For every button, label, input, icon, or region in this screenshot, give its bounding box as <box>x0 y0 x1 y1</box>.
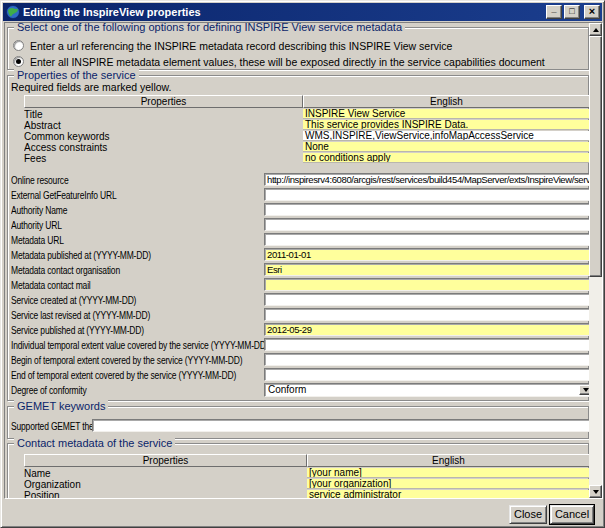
gemet-themes-row: Supported GEMET themes <box>11 419 588 433</box>
options-group-label: Select one of the following options for … <box>14 23 405 33</box>
property-value-input[interactable] <box>264 248 589 261</box>
table-row: Metadata contact organisation <box>11 263 588 277</box>
property-value-cell[interactable]: INSPIRE View Service <box>303 109 589 119</box>
gemet-group: GEMET keywords Supported GEMET themes <box>7 406 589 439</box>
properties-group: Properties of the service Required field… <box>7 75 589 401</box>
scrollbar-up-button[interactable] <box>589 23 602 36</box>
property-value-input[interactable] <box>264 323 589 336</box>
radio-icon-selected[interactable] <box>13 56 24 67</box>
title-bar[interactable]: Editing the InspireView properties _ □ × <box>3 3 602 21</box>
gemet-themes-input[interactable] <box>92 419 589 432</box>
property-label: Metadata contact mail <box>11 280 105 291</box>
table-row: Individual temporal extent value covered… <box>11 338 588 352</box>
property-label: Online resource <box>11 175 79 186</box>
property-value-input[interactable] <box>264 368 589 381</box>
table-row: Service created at (YYYY-MM-DD) <box>11 293 588 307</box>
property-label: Access constraints <box>24 142 303 153</box>
property-value-input[interactable] <box>264 353 589 366</box>
property-value-input[interactable] <box>264 308 589 321</box>
window-title: Editing the InspireView properties <box>23 6 544 18</box>
radio-option-url[interactable]: Enter a url referencing the INSPIRE meta… <box>13 39 452 52</box>
property-value-input[interactable] <box>264 278 589 291</box>
property-value-input[interactable] <box>264 263 589 276</box>
table-row: Position service administrator <box>24 490 589 498</box>
column-header-properties: Properties <box>24 454 307 467</box>
chevron-up-icon <box>593 28 599 32</box>
gemet-group-label: GEMET keywords <box>14 400 108 412</box>
property-value-cell[interactable]: WMS,INSPIRE,ViewService,infoMapAccessSer… <box>303 131 589 141</box>
minimize-button[interactable]: _ <box>546 5 562 19</box>
property-label: Degree of conformity <box>11 385 100 396</box>
property-value-cell[interactable]: no conditions apply <box>303 153 589 163</box>
radio-option-url-label: Enter a url referencing the INSPIRE meta… <box>30 40 452 52</box>
contact-label: Position <box>24 490 307 498</box>
table-row: Fees no conditions apply <box>24 153 589 164</box>
table-row: External GetFeatureInfo URL <box>11 188 588 202</box>
table-row: Service published at (YYYY-MM-DD) <box>11 323 588 337</box>
table-row: Online resource <box>11 173 588 187</box>
property-label: Authority URL <box>11 220 71 231</box>
table-row: Authority URL <box>11 218 588 232</box>
radio-option-all-values[interactable]: Enter all INSPIRE metadata element value… <box>13 55 545 68</box>
property-label: Title <box>24 109 303 120</box>
property-label: Metadata published at (YYYY-MM-DD) <box>11 250 176 261</box>
column-header-english: English <box>307 454 589 467</box>
globe-icon <box>6 5 20 19</box>
scrollbar-thumb[interactable] <box>589 36 602 277</box>
table-row: Organization [your organization] <box>24 479 589 490</box>
table-row: Access constraints None <box>24 142 589 153</box>
degree-of-conformity-row: Degree of conformity Conform <box>11 383 588 397</box>
contact-table-header: Properties English <box>24 454 589 467</box>
property-value-input[interactable] <box>264 173 589 186</box>
dropdown-selected-value: Conform <box>268 384 306 395</box>
cancel-button[interactable]: Cancel <box>550 505 594 524</box>
table-row: Name [your name] <box>24 468 589 479</box>
dropdown-button[interactable] <box>579 385 589 395</box>
properties-group-label: Properties of the service <box>14 69 139 81</box>
property-value-input[interactable] <box>264 218 589 231</box>
property-value-cell[interactable]: This service provides INSPIRE Data. <box>303 120 589 130</box>
property-label: Metadata URL <box>11 235 73 246</box>
property-label: Begin of temporal extent covered by the … <box>11 355 283 366</box>
scrollbar-track[interactable] <box>589 277 602 485</box>
property-label: Abstract <box>24 120 303 131</box>
scrollbar-down-button[interactable] <box>589 485 602 498</box>
table-row: Service last revised at (YYYY-MM-DD) <box>11 308 588 322</box>
property-label: Service last revised at (YYYY-MM-DD) <box>11 310 175 321</box>
contact-label: Name <box>24 468 307 479</box>
properties-table-header: Properties English <box>24 95 589 108</box>
table-row: Common keywords WMS,INSPIRE,ViewService,… <box>24 131 589 142</box>
property-value-input[interactable] <box>264 233 589 246</box>
table-row: Begin of temporal extent covered by the … <box>11 353 588 367</box>
property-value-input[interactable] <box>264 338 589 351</box>
property-value-cell[interactable]: None <box>303 142 589 152</box>
contact-value-cell[interactable]: [your name] <box>307 468 589 478</box>
contact-value-cell[interactable]: service administrator <box>307 490 589 498</box>
property-label: Metadata contact organisation <box>11 265 139 276</box>
property-value-input[interactable] <box>264 188 589 201</box>
close-button[interactable]: Close <box>509 505 547 524</box>
table-row: Authority Name <box>11 203 588 217</box>
degree-of-conformity-dropdown[interactable]: Conform <box>264 383 589 397</box>
table-row: Abstract This service provides INSPIRE D… <box>24 120 589 131</box>
options-group: Select one of the following options for … <box>7 27 589 70</box>
table-row: Metadata contact mail <box>11 278 588 292</box>
close-window-button[interactable]: × <box>584 5 600 19</box>
property-value-input[interactable] <box>264 293 589 306</box>
table-row: Metadata published at (YYYY-MM-DD) <box>11 248 588 262</box>
scroll-panel: Select one of the following options for … <box>4 22 603 499</box>
property-label: Authority Name <box>11 205 77 216</box>
required-note: Required fields are marked yellow. <box>11 81 172 93</box>
radio-icon-unselected[interactable] <box>13 40 24 51</box>
contact-group: Contact metadata of the service Properti… <box>7 443 589 498</box>
property-value-input[interactable] <box>264 203 589 216</box>
contact-value-cell[interactable]: [your organization] <box>307 479 589 489</box>
contact-group-label: Contact metadata of the service <box>14 437 175 449</box>
property-label: Service published at (YYYY-MM-DD) <box>11 325 167 336</box>
vertical-scrollbar[interactable] <box>589 23 602 498</box>
table-row: Metadata URL <box>11 233 588 247</box>
table-row: Title INSPIRE View Service <box>24 109 589 120</box>
dialog-window: Editing the InspireView properties _ □ ×… <box>0 0 605 528</box>
maximize-button[interactable]: □ <box>564 5 580 19</box>
contact-label: Organization <box>24 479 307 490</box>
